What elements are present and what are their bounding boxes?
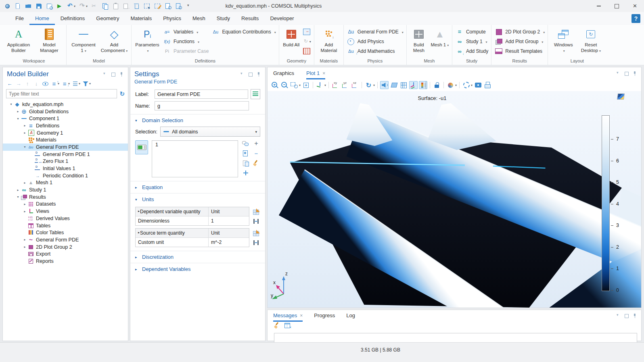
tree-caret[interactable]: ▾: [15, 195, 21, 199]
tree-caret[interactable]: ▸: [22, 124, 27, 127]
copy-icon[interactable]: [102, 3, 109, 10]
messages-tab[interactable]: Progress ×: [314, 310, 335, 322]
tree-caret[interactable]: ▸: [15, 110, 21, 113]
tree-item[interactable]: Tables: [3, 222, 128, 229]
tree-item[interactable]: Periodic Condition 1: [3, 172, 128, 179]
build-all-button[interactable]: Build All: [282, 26, 301, 48]
result-templates-button[interactable]: Result Templates: [494, 48, 545, 54]
tree-item[interactable]: Reports: [3, 258, 128, 265]
tree-item[interactable]: ▸ Study 1: [3, 186, 128, 193]
parameter-case-button[interactable]: Parameter Case: [163, 48, 209, 54]
run-icon[interactable]: [56, 3, 63, 10]
menu-tab[interactable]: Physics: [157, 12, 187, 25]
tree-item[interactable]: Export: [3, 250, 128, 258]
add-mathematics-button[interactable]: Add Mathematics: [347, 48, 404, 54]
menu-tab[interactable]: Results: [236, 12, 264, 25]
tree-item[interactable]: ▾ kdv_equation.mph: [3, 101, 128, 108]
tree-item[interactable]: ▸ Geometry 1: [3, 129, 128, 137]
arrow-right-icon[interactable]: [15, 80, 22, 87]
study-1-button[interactable]: Study 1: [455, 38, 488, 45]
tree-caret[interactable]: ▸: [22, 238, 27, 241]
physics-interface-button[interactable]: General Form PDE: [347, 29, 404, 35]
close-tab-icon[interactable]: ×: [300, 310, 303, 322]
section-dependent-variables[interactable]: ▸ Dependent Variables: [130, 263, 265, 274]
arrow-left-icon[interactable]: [6, 80, 13, 87]
add-physics-button[interactable]: Add Physics: [347, 38, 404, 45]
find-preferences-icon[interactable]: [175, 3, 182, 10]
customize-caret-icon[interactable]: [186, 3, 192, 10]
collapse-all-icon[interactable]: [61, 80, 68, 87]
dropdown-caret-icon[interactable]: [89, 82, 91, 85]
messages-tab[interactable]: Log ×: [346, 310, 355, 322]
view-xy-icon[interactable]: [331, 81, 340, 89]
help-button[interactable]: ?: [631, 14, 640, 23]
undo-icon[interactable]: [67, 3, 74, 10]
variables-button[interactable]: Variables: [163, 29, 209, 35]
expand-all-icon[interactable]: [50, 80, 58, 87]
menu-tab[interactable]: Study: [211, 12, 236, 25]
open-folder-icon[interactable]: [25, 3, 32, 10]
tree-caret[interactable]: ▸: [15, 188, 21, 192]
tree-item[interactable]: ▾ Component 1: [3, 115, 128, 122]
equation-contributions-button[interactable]: Equation Contributions: [211, 29, 276, 35]
dropdown-caret-icon[interactable]: [455, 83, 457, 87]
tree-item[interactable]: Materials: [3, 136, 128, 144]
add-study-button[interactable]: Add Study: [455, 48, 488, 54]
dropdown-caret-icon[interactable]: [79, 82, 80, 85]
view-xz-icon[interactable]: [351, 81, 359, 89]
plot-group-button[interactable]: 2D Plot Group 2: [494, 29, 545, 35]
panel-menu-caret-icon[interactable]: [240, 72, 245, 77]
dropdown-caret-icon[interactable]: [324, 83, 326, 87]
copy-selection-icon[interactable]: [242, 150, 249, 156]
menu-tab[interactable]: Definitions: [55, 12, 91, 25]
application-builder-button[interactable]: Application Builder: [4, 26, 33, 54]
select-box-icon[interactable]: [144, 3, 151, 10]
import-geometry-icon[interactable]: [303, 29, 310, 35]
tree-caret[interactable]: ▸: [22, 245, 27, 249]
menu-tab[interactable]: File: [10, 12, 29, 25]
domain-list-item[interactable]: 1: [152, 141, 238, 148]
dropdown-caret-icon[interactable]: [470, 83, 473, 87]
label-field[interactable]: [155, 89, 248, 99]
virtual-operations-icon[interactable]: [303, 48, 310, 54]
axis-triad-icon[interactable]: [409, 81, 418, 89]
clear-selection-icon[interactable]: [154, 3, 161, 10]
model-tree-nodes-icon[interactable]: [71, 80, 79, 87]
add-plot-group-button[interactable]: Add Plot Group: [494, 38, 545, 45]
zoom-in-icon[interactable]: [271, 81, 279, 89]
edit-quantity-icon[interactable]: [253, 208, 260, 215]
sep-icon[interactable]: [328, 82, 329, 88]
tree-item[interactable]: ▸ Definitions: [3, 122, 128, 129]
environment-icon[interactable]: [446, 81, 455, 89]
print-icon[interactable]: [483, 81, 492, 89]
build-mesh-button[interactable]: Build Mesh: [410, 26, 428, 54]
dropdown-caret-icon[interactable]: [373, 83, 375, 87]
domain-list[interactable]: 1: [152, 140, 238, 177]
tree-item[interactable]: Color Tables: [3, 229, 128, 236]
snapshot-icon[interactable]: [474, 81, 482, 89]
add-component-button[interactable]: Add Component: [100, 26, 128, 54]
sep-icon[interactable]: [362, 82, 362, 88]
panel-pin-icon[interactable]: [119, 72, 124, 77]
tree-item[interactable]: Zero Flux 1: [3, 158, 128, 165]
create-selection-icon[interactable]: [242, 140, 249, 147]
menu-tab[interactable]: Mesh: [187, 12, 211, 25]
panel-menu-caret-icon[interactable]: [616, 71, 621, 76]
tree-item[interactable]: ▸ Datasets: [3, 201, 128, 208]
default-view-icon[interactable]: [316, 81, 324, 89]
app-logo-icon[interactable]: [4, 3, 11, 10]
menu-tab[interactable]: Home: [29, 12, 55, 25]
find-icon[interactable]: [165, 3, 171, 10]
surface-plot[interactable]: [268, 91, 641, 308]
tree-caret[interactable]: ▸: [22, 210, 27, 213]
color-legend-icon[interactable]: [419, 81, 427, 89]
update-plot-icon[interactable]: [462, 81, 470, 89]
tree-item[interactable]: General Form PDE 1: [3, 151, 128, 158]
dependent-variable-quantity-table[interactable]: Dependent variable quantity Unit Dimensi…: [135, 207, 249, 226]
panel-pin-icon[interactable]: [632, 313, 637, 318]
parameters-button[interactable]: Parameters: [134, 26, 160, 54]
scene-box-icon[interactable]: [390, 81, 398, 89]
clear-log-icon[interactable]: [273, 322, 280, 329]
minimize-button[interactable]: [590, 0, 608, 12]
tree-filter-input[interactable]: [6, 89, 117, 98]
